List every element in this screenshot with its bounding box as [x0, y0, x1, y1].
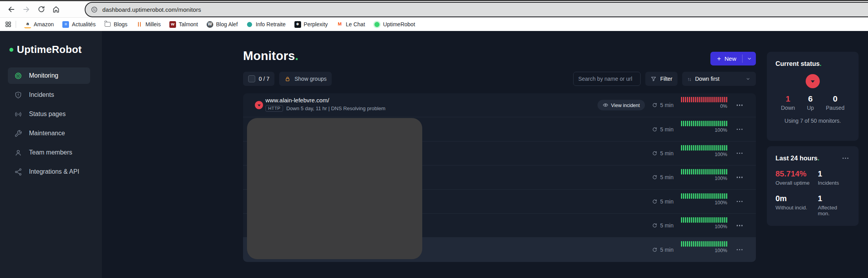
search-input[interactable] — [573, 72, 641, 86]
show-groups-button[interactable]: Show groups — [279, 72, 332, 86]
bookmark-label: Actualités — [72, 21, 96, 27]
row-menu-button[interactable] — [735, 175, 744, 180]
bookmark-item[interactable]: w Talmont — [165, 19, 202, 30]
brand-name: UptimeRobot — [17, 44, 82, 56]
row-menu-button[interactable] — [735, 103, 744, 107]
uptime-percent: 100% — [715, 152, 727, 157]
card-menu-button[interactable] — [841, 156, 850, 160]
home-button[interactable] — [49, 3, 64, 16]
current-status-title: Current status. — [775, 60, 850, 67]
bookmark-item[interactable]: ∗ Perplexity — [290, 19, 332, 30]
monitor-status-detail: Down 5 day, 11 hr | DNS Resolving proble… — [286, 105, 385, 111]
uptime-percent: 100% — [715, 224, 727, 229]
stat-cell: 1 Affected mon. — [818, 194, 850, 216]
new-monitor-button[interactable]: +New — [710, 52, 756, 65]
monitoring-icon — [14, 72, 22, 80]
stat-value: 85.714% — [775, 169, 818, 178]
uptime-history-bars[interactable] — [681, 241, 727, 247]
check-interval: 5 min — [652, 102, 674, 108]
sidebar-item-label: Status pages — [29, 111, 65, 118]
reload-button[interactable] — [34, 3, 49, 16]
eye-icon — [603, 102, 608, 108]
last-24-stats: 85.714% Overall uptime 1 Incidents 0m Wi… — [775, 169, 850, 216]
uptime-history-bars[interactable] — [681, 193, 727, 199]
refresh-icon — [652, 199, 657, 204]
sidebar-nav: Monitoring Incidents Status pages Mainte… — [0, 67, 102, 183]
incidents-icon — [14, 91, 22, 99]
new-button-dropdown[interactable] — [743, 56, 756, 62]
sidebar-item-maintenance[interactable]: Maintenance — [8, 125, 90, 142]
team-members-icon — [14, 149, 22, 157]
bookmark-item[interactable]: M Le Chat — [332, 19, 369, 30]
forward-button[interactable] — [19, 3, 34, 16]
uptime-percent: 100% — [715, 127, 727, 133]
bookmark-label: Talmont — [179, 21, 198, 27]
paused-count: 0 — [826, 94, 844, 104]
bookmark-item[interactable]: ≡ Actualités — [58, 19, 100, 30]
sidebar-item-label: Team members — [29, 149, 72, 156]
up-count: 6 — [807, 94, 814, 104]
row-menu-button[interactable] — [735, 151, 744, 155]
site-info-icon[interactable] — [91, 6, 98, 13]
bookmark-label: Le Chat — [346, 21, 365, 27]
sort-dropdown[interactable]: ↑↓ Down first — [682, 72, 756, 86]
talmont-icon: w — [169, 21, 176, 28]
check-interval: 5 min — [652, 198, 674, 205]
uptime-percent: 100% — [715, 248, 727, 253]
monitor-name[interactable]: www.alain-lefebvre.com/ — [265, 97, 385, 104]
filter-button[interactable]: Filter — [645, 72, 677, 86]
sidebar-item-label: Monitoring — [29, 72, 58, 79]
uptime-history-bars[interactable] — [681, 97, 727, 102]
bookmark-item[interactable]: Milleis — [132, 19, 165, 30]
bookmark-item[interactable]: Blogs — [100, 19, 132, 30]
bookmark-label: UptimeRobot — [383, 21, 415, 27]
apps-grid-icon[interactable] — [3, 19, 13, 29]
bookmark-item[interactable]: a Amazon — [20, 19, 58, 30]
stat-value: 0m — [775, 194, 818, 203]
down-count: 1 — [781, 94, 795, 104]
check-interval: 5 min — [652, 222, 674, 229]
uptime-percent: 100% — [715, 200, 727, 205]
controls-row: 0 / 7 Show groups Filter ↑↓ Down first — [243, 72, 756, 86]
perplexity-icon: ∗ — [294, 21, 301, 28]
monitor-row[interactable]: www.alain-lefebvre.com/ HTTP Down 5 day,… — [243, 93, 756, 117]
maintenance-icon — [14, 129, 22, 138]
select-all-checkbox[interactable] — [248, 75, 255, 82]
stat-label: Overall uptime — [775, 180, 818, 186]
back-button[interactable] — [4, 3, 19, 16]
row-menu-button[interactable] — [735, 127, 744, 131]
sidebar-item-incidents[interactable]: Incidents — [8, 87, 90, 103]
view-incident-button[interactable]: View incident — [597, 100, 645, 111]
brand-logo[interactable]: UptimeRobot — [9, 44, 82, 56]
sidebar-item-team-members[interactable]: Team members — [8, 144, 90, 161]
stat-label: Incidents — [818, 180, 850, 186]
uptime-history-bars[interactable] — [681, 217, 727, 223]
uptime-history-bars[interactable] — [681, 121, 727, 126]
chevron-down-icon — [745, 76, 751, 82]
check-interval: 5 min — [652, 247, 674, 253]
sidebar-item-label: Incidents — [29, 91, 54, 98]
row-menu-button[interactable] — [735, 199, 744, 204]
bookmark-label: Blog Alef — [216, 21, 238, 27]
stat-value: 1 — [818, 194, 850, 203]
browser-toolbar: dashboard.uptimerobot.com/monitors — [0, 1, 868, 18]
bookmark-item[interactable]: UptimeRobot — [369, 19, 419, 30]
last-24-hours-card: Last 24 hours. 85.714% Overall uptime 1 … — [767, 146, 859, 226]
row-menu-button[interactable] — [735, 247, 744, 252]
bookmark-item[interactable]: W Blog Alef — [202, 19, 242, 30]
status-pages-icon — [14, 110, 22, 118]
stat-value: 1 — [818, 169, 850, 178]
check-interval: 5 min — [652, 150, 674, 156]
sidebar-item-integrations-api[interactable]: Integrations & API — [8, 164, 90, 180]
amazon-icon: a — [24, 21, 31, 28]
uptime-history-bars[interactable] — [681, 145, 727, 151]
sidebar-item-status-pages[interactable]: Status pages — [8, 106, 90, 122]
refresh-icon — [652, 102, 657, 108]
bookmarks-list: a Amazon ≡ Actualités Blogs Milleis w Ta… — [20, 19, 419, 30]
row-menu-button[interactable] — [735, 223, 744, 227]
select-all-chip[interactable]: 0 / 7 — [243, 72, 274, 86]
bookmark-item[interactable]: Info Retraite — [242, 19, 290, 30]
uptime-history-bars[interactable] — [681, 169, 727, 174]
url-bar[interactable]: dashboard.uptimerobot.com/monitors — [85, 2, 868, 17]
sidebar-item-monitoring[interactable]: Monitoring — [8, 67, 90, 84]
